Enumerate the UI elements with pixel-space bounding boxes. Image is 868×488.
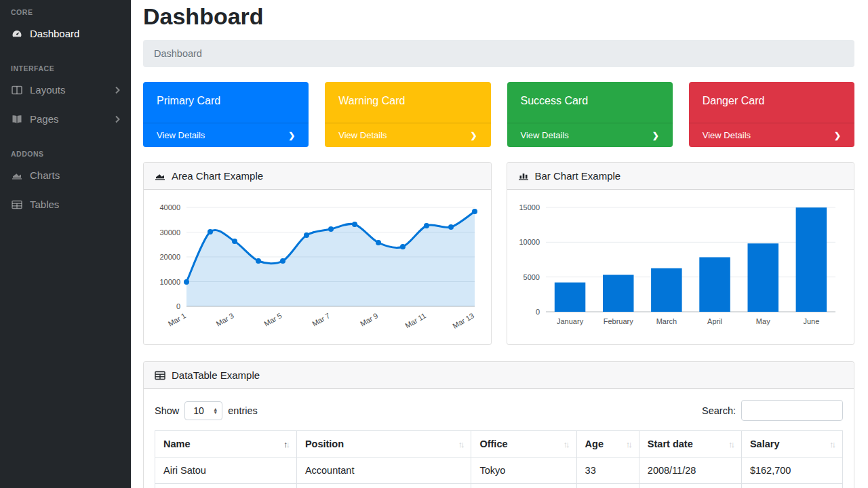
bar-chart-body: 050001000015000JanuaryFebruaryMarchApril… — [507, 190, 854, 344]
view-details-link[interactable]: View Details ❯ — [143, 123, 309, 147]
sidebar-heading-core: CORE — [0, 1, 131, 19]
svg-text:0: 0 — [176, 302, 180, 310]
table-cell: London — [471, 484, 576, 488]
table-cell: 2009/10/09 — [639, 484, 741, 488]
view-details-label: View Details — [338, 130, 387, 140]
sidebar-item-label: Tables — [30, 199, 59, 210]
sort-arrows-icon: ↑↓ — [458, 439, 462, 449]
svg-text:January: January — [557, 317, 584, 325]
column-header-age[interactable]: Age↑↓ — [576, 431, 639, 458]
columns-icon — [11, 85, 23, 96]
view-details-link[interactable]: View Details ❯ — [325, 123, 490, 147]
danger-card: Danger Card View Details ❯ — [689, 82, 854, 147]
table-cell: 47 — [576, 484, 639, 488]
data-table: Name↑↓Position↑↓Office↑↓Age↑↓Start date↑… — [155, 430, 843, 488]
page-title: Dashboard — [143, 3, 854, 30]
svg-text:June: June — [803, 317, 819, 325]
datatable-card: DataTable Example Show 10 ▲▼ entries Sea… — [143, 361, 854, 488]
chevron-right-icon: ❯ — [288, 131, 295, 140]
sort-arrows-icon: ↑↓ — [829, 439, 834, 449]
column-header-office[interactable]: Office↑↓ — [471, 431, 576, 458]
svg-text:5000: 5000 — [523, 273, 539, 281]
column-label: Name — [163, 439, 191, 449]
svg-text:0: 0 — [536, 308, 540, 316]
table-cell: 2008/11/28 — [639, 458, 741, 484]
sort-arrows-icon: ↑↓ — [564, 439, 568, 449]
stat-card-title: Success Card — [507, 82, 673, 123]
sidebar-item-label: Dashboard — [30, 28, 79, 39]
breadcrumb: Dashboard — [143, 40, 854, 67]
chart-area-icon — [155, 171, 165, 181]
table-cell: Chief Executive Officer (CEO) — [296, 484, 471, 488]
table-header-row: Name↑↓Position↑↓Office↑↓Age↑↓Start date↑… — [155, 431, 843, 458]
sidebar-item-dashboard[interactable]: Dashboard — [0, 19, 131, 48]
column-label: Position — [305, 439, 344, 449]
page-size-select-wrap: 10 ▲▼ — [184, 401, 222, 420]
table-cell: Accountant — [296, 458, 471, 484]
page-size-select[interactable]: 10 — [184, 401, 222, 420]
page-length-control: Show 10 ▲▼ entries — [155, 401, 258, 420]
sidebar: CORE Dashboard INTERFACE Layouts Pages A… — [0, 0, 131, 488]
svg-text:May: May — [756, 317, 770, 325]
table-cell: Tokyo — [471, 458, 576, 484]
bar-chart-card-header: Bar Chart Example — [507, 163, 854, 190]
datatable-title: DataTable Example — [172, 369, 260, 381]
chevron-right-icon: ❯ — [652, 131, 659, 140]
table-icon — [11, 199, 23, 210]
table-row: Angelica RamosChief Executive Officer (C… — [155, 484, 843, 488]
column-label: Office — [479, 439, 507, 449]
stat-card-title: Danger Card — [689, 82, 854, 123]
area-chart-title: Area Chart Example — [172, 170, 263, 182]
warning-card: Warning Card View Details ❯ — [325, 82, 490, 147]
chevron-right-icon — [115, 115, 120, 123]
chevron-right-icon: ❯ — [834, 131, 841, 140]
chart-bar-icon — [518, 171, 529, 181]
bar-chart-title: Bar Chart Example — [535, 170, 621, 182]
stat-card-title: Primary Card — [143, 82, 309, 123]
sidebar-item-label: Layouts — [30, 84, 66, 96]
svg-text:15000: 15000 — [519, 203, 540, 211]
view-details-link[interactable]: View Details ❯ — [507, 123, 673, 147]
svg-text:10000: 10000 — [519, 238, 540, 246]
column-header-position[interactable]: Position↑↓ — [296, 431, 471, 458]
sidebar-item-pages[interactable]: Pages — [0, 104, 131, 134]
view-details-link[interactable]: View Details ❯ — [689, 123, 854, 147]
entries-label: entries — [228, 405, 258, 416]
area-chart-card: Area Chart Example 010000200003000040000… — [143, 162, 492, 345]
svg-text:30000: 30000 — [160, 228, 181, 237]
success-card: Success Card View Details ❯ — [507, 82, 673, 147]
column-header-name[interactable]: Name↑↓ — [155, 431, 297, 458]
sort-arrows-icon: ↑↓ — [728, 439, 733, 449]
sidebar-item-layouts[interactable]: Layouts — [0, 75, 131, 104]
view-details-label: View Details — [703, 130, 751, 140]
svg-text:Mar 5: Mar 5 — [263, 311, 283, 327]
search-input[interactable] — [741, 400, 843, 421]
sidebar-heading-addons: ADDONS — [0, 134, 131, 161]
search-label: Search: — [702, 405, 736, 416]
svg-text:Mar 9: Mar 9 — [359, 311, 379, 327]
sidebar-heading-interface: INTERFACE — [0, 48, 131, 75]
bar-chart-card: Bar Chart Example 050001000015000January… — [507, 162, 855, 345]
chart-row: Area Chart Example 010000200003000040000… — [143, 162, 854, 345]
table-row: Airi SatouAccountantTokyo332008/11/28$16… — [155, 458, 843, 484]
svg-text:10000: 10000 — [160, 278, 181, 286]
table-cell: Angelica Ramos — [155, 484, 297, 488]
book-open-icon — [11, 114, 23, 125]
primary-card: Primary Card View Details ❯ — [143, 82, 309, 147]
view-details-label: View Details — [157, 130, 205, 140]
svg-text:40000: 40000 — [160, 203, 181, 211]
column-header-salary[interactable]: Salary↑↓ — [741, 431, 842, 458]
table-cell: $1,200,000 — [741, 484, 842, 488]
stat-card-row: Primary Card View Details ❯ Warning Card… — [143, 82, 854, 147]
table-cell: $162,700 — [741, 458, 842, 484]
area-chart-canvas: 010000200003000040000Mar 1Mar 3Mar 5Mar … — [149, 195, 486, 338]
sidebar-item-charts[interactable]: Charts — [0, 161, 131, 190]
chart-area-icon — [11, 170, 23, 181]
datatable-controls: Show 10 ▲▼ entries Search: — [155, 400, 843, 421]
show-label: Show — [155, 405, 179, 416]
column-header-start-date[interactable]: Start date↑↓ — [639, 431, 741, 458]
sidebar-item-tables[interactable]: Tables — [0, 190, 131, 219]
svg-text:Mar 7: Mar 7 — [311, 311, 331, 327]
main-content: Dashboard Dashboard Primary Card View De… — [131, 0, 868, 488]
column-label: Start date — [648, 439, 693, 449]
